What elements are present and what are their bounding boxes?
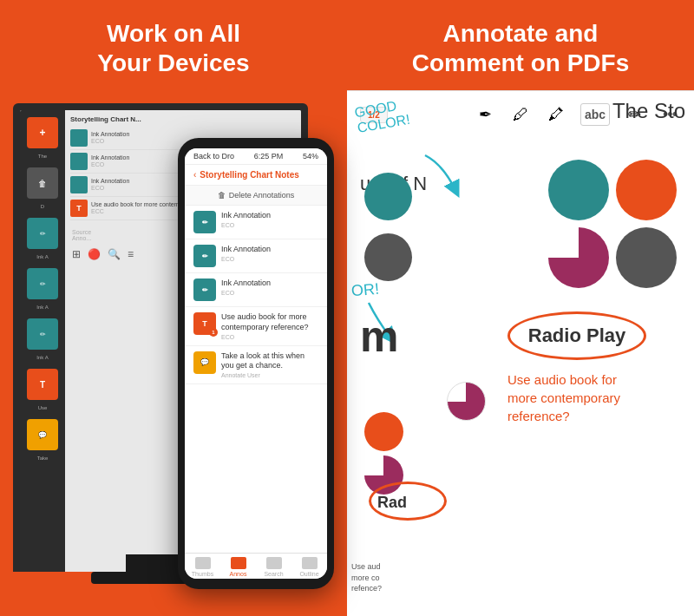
right-heading-line1: Annotate and — [443, 20, 599, 47]
item-icon-ink2: ✏ — [193, 245, 216, 267]
desktop-sidebar: + The 🗑 D ✏ Ink A ✏ — [20, 110, 65, 572]
item-title-4: Use audio book for more contemporary ref… — [221, 312, 318, 332]
highlighter-icon: 🖍 — [545, 103, 567, 126]
outline-icon — [302, 557, 318, 569]
list-item[interactable]: ✏ Ink Annotation ECO — [185, 273, 327, 307]
delete-icon: 🗑 — [218, 191, 226, 200]
sidebar-icon-ink1: ✏ — [27, 218, 58, 249]
sidebar-label-d: D — [41, 204, 44, 209]
tab-outline[interactable]: Outline — [291, 557, 327, 577]
item-text-2: Ink Annotation ECO — [221, 245, 318, 262]
tab-thumbs-label: Thumbs — [192, 571, 213, 577]
circle-orange — [616, 160, 677, 220]
app-container: Work on All Your Devices + The 🗑 D — [0, 0, 694, 616]
badge-1: 1 — [209, 328, 218, 337]
list-item[interactable]: T 1 Use audio book for more contemporary… — [185, 307, 327, 345]
phone-back-button[interactable]: ‹ — [193, 170, 196, 180]
circle-dark — [616, 227, 677, 288]
item-sub-5: Annotate User — [221, 372, 318, 378]
sidebar-label-take: Take — [37, 455, 49, 461]
sidebar-icon-text: T — [27, 369, 58, 400]
pdf-title: The Sto — [612, 99, 685, 123]
phone-nav-bar: ‹ Storytelling Chart Notes — [185, 165, 327, 186]
tab-annos[interactable]: Annos — [220, 557, 256, 577]
highlighter-btn[interactable]: 🖍 — [545, 103, 567, 126]
left-panel: Work on All Your Devices + The 🗑 D — [0, 0, 347, 616]
item-icon-ink3: ✏ — [193, 279, 216, 301]
radio-play-box: Radio Play — [507, 311, 646, 360]
pen-light-btn[interactable]: ✒ — [474, 103, 496, 126]
phone-annotations-list: ✏ Ink Annotation ECO ✏ — [185, 206, 327, 553]
list-item[interactable]: ✏ Ink Annotation ECO — [185, 206, 327, 239]
pen-dark-btn[interactable]: 🖊 — [509, 103, 532, 126]
desktop-row-icon-1 — [70, 129, 88, 147]
item-text-5: Take a look at this when you get a chanc… — [221, 351, 318, 378]
tab-search-label: Search — [264, 571, 283, 577]
small-pie-chart — [447, 382, 486, 421]
phone-back-label: Back to Dro — [193, 152, 234, 161]
annotation-arrow-svg — [416, 147, 468, 199]
sidebar-icon-ink3: ✏ — [27, 318, 58, 350]
sidebar-label-the: The — [38, 154, 47, 159]
rad-text: Rad — [377, 494, 407, 512]
pdf-viewer: The Sto um of N GOODCOLOR! — [347, 90, 694, 616]
item-text-4: Use audio book for more contemporary ref… — [221, 312, 318, 339]
phone-nav-title: Storytelling Chart Notes — [200, 170, 318, 180]
pen-dark-icon: 🖊 — [509, 103, 532, 126]
right-panel: Annotate and Comment on PDFs The Sto um … — [347, 0, 694, 616]
desktop-row-icon-2 — [70, 153, 88, 170]
item-text-3: Ink Annotation ECO — [221, 279, 318, 296]
tab-thumbs[interactable]: Thumbs — [185, 557, 220, 577]
tab-annos-label: Annos — [230, 571, 247, 577]
text-btn[interactable]: abc — [580, 103, 610, 126]
tab-search[interactable]: Search — [256, 557, 291, 577]
sidebar-label-ink2: Ink A — [36, 305, 48, 310]
phone-screen: Back to Dro 6:25 PM 54% ‹ Storytelling C… — [185, 148, 327, 579]
left-heading-line2: Your Devices — [97, 49, 249, 76]
sidebar-icon-ink2: ✏ — [27, 268, 58, 299]
teal-circle-left — [364, 173, 412, 220]
left-heading: Work on All Your Devices — [71, 0, 275, 95]
pen-light-icon: ✒ — [474, 103, 496, 126]
item-icon-comment: 💬 — [193, 351, 216, 374]
phone-tab-bar: Thumbs Annos Search Outline — [185, 553, 327, 579]
item-title-2: Ink Annotation — [221, 245, 318, 255]
radio-play-area: Radio Play Use audio book formore contem… — [507, 311, 681, 477]
phone-battery: 54% — [303, 152, 318, 161]
annos-icon — [231, 557, 246, 569]
item-icon-ink1: ✏ — [193, 211, 216, 233]
dark-circle-left — [364, 233, 412, 281]
left-heading-line1: Work on All — [107, 20, 240, 47]
circle-teal-1 — [548, 160, 609, 220]
phone-status-bar: Back to Dro 6:25 PM 54% — [185, 148, 327, 165]
list-item[interactable]: 💬 Take a look at this when you get a cha… — [185, 346, 327, 384]
sidebar-label-ink1: Ink A — [36, 254, 48, 259]
tab-outline-label: Outline — [299, 571, 318, 577]
item-sub-3: ECO — [221, 290, 318, 296]
item-sub-1: ECO — [221, 222, 318, 228]
right-heading-line2: Comment on PDFs — [412, 49, 629, 76]
radio-play-label: Radio Play — [528, 324, 625, 346]
item-title-5: Take a look at this when you get a chanc… — [221, 351, 318, 371]
desktop-row-icon-3 — [70, 176, 88, 193]
use-aud-text: Use audmore corefence? — [351, 561, 438, 594]
right-heading: Annotate and Comment on PDFs — [347, 0, 694, 90]
delete-annotations-label[interactable]: Delete Annotations — [229, 191, 295, 200]
desktop-mockup: + The 🗑 D ✏ Ink A ✏ — [13, 103, 334, 606]
phone-action-bar: 🗑 Delete Annotations — [185, 186, 327, 206]
desktop-row-icon-4: T — [70, 200, 88, 217]
orange-circle-sm — [364, 412, 403, 451]
item-sub-2: ECO — [221, 256, 318, 262]
sidebar-label-ink3: Ink A — [36, 355, 48, 360]
sidebar-icon-delete: 🗑 — [27, 167, 58, 199]
phone-mockup: Back to Dro 6:25 PM 54% ‹ Storytelling C… — [178, 138, 334, 589]
phone-time: 6:25 PM — [254, 152, 284, 161]
circles-grid — [548, 160, 677, 288]
desktop-row-text-2: Ink AnnotationECO — [91, 154, 129, 169]
thumbs-icon — [195, 557, 211, 569]
pdf-m-letter: m — [360, 311, 398, 362]
desktop-content-header: Storytelling Chart N... — [70, 115, 296, 123]
item-text-1: Ink Annotation ECO — [221, 211, 318, 228]
list-item[interactable]: ✏ Ink Annotation ECO — [185, 239, 327, 273]
audio-book-text: Use audio book formore contemporaryrefer… — [507, 370, 681, 425]
